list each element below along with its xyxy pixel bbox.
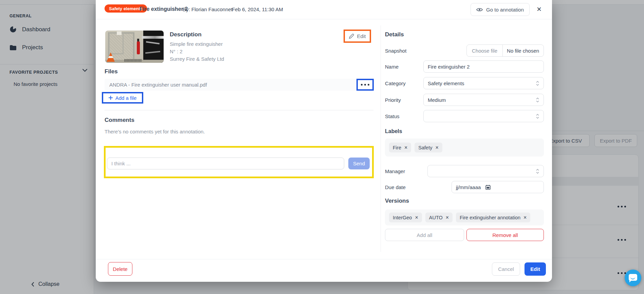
- snapshot-file-input[interactable]: Choose file No file chosen: [466, 44, 544, 57]
- manager-select[interactable]: [427, 165, 544, 177]
- manager-label: Manager: [385, 168, 405, 174]
- name-label: Name: [385, 64, 399, 70]
- go-to-annotation-label: Go to annotation: [486, 7, 524, 13]
- no-file-chosen-text: No file chosen: [503, 45, 543, 56]
- comment-input[interactable]: [107, 158, 344, 169]
- remove-all-button[interactable]: Remove all: [466, 229, 544, 241]
- name-input[interactable]: [423, 60, 544, 73]
- add-file-label: Add a file: [115, 95, 137, 101]
- cancel-button[interactable]: Cancel: [492, 262, 520, 276]
- priority-label: Priority: [385, 97, 401, 103]
- versions-box: InterGeo AUTO Fire extinguisher annotati…: [385, 209, 544, 225]
- edit-description-label: Edit: [357, 33, 366, 39]
- add-all-button[interactable]: Add all: [385, 229, 464, 241]
- version-chip: InterGeo: [389, 213, 422, 222]
- remove-label-icon[interactable]: [404, 145, 407, 150]
- files-heading: Files: [105, 68, 118, 75]
- version-chip-text: InterGeo: [393, 215, 412, 220]
- version-chip: AUTO: [425, 213, 453, 222]
- file-name: ANDRA - Fire extinguisher user manual.pd…: [109, 82, 207, 88]
- add-file-highlight: Add a file: [102, 92, 143, 104]
- description-line: N° : 2: [170, 49, 183, 54]
- select-chevrons-icon: [536, 81, 539, 86]
- annotation-author: By: Florian Fauconnet: [183, 6, 233, 12]
- label-chip: Safety: [415, 143, 442, 152]
- column-divider: [381, 25, 381, 252]
- app-canvas: GENERAL Dashboard Projects FAVORITE PROJ…: [0, 0, 644, 294]
- send-comment-button[interactable]: Send: [348, 158, 370, 169]
- go-to-annotation-button[interactable]: Go to annotation: [471, 3, 530, 16]
- remove-label-icon[interactable]: [435, 145, 438, 150]
- file-menu-highlight: [356, 79, 374, 91]
- delete-button[interactable]: Delete: [108, 262, 132, 276]
- category-value: Safety elements: [428, 80, 536, 86]
- select-chevrons-icon: [536, 97, 539, 103]
- status-select[interactable]: [423, 110, 544, 122]
- due-date-placeholder: jj/mm/aaaa: [456, 184, 481, 190]
- label-chip: Fire: [389, 143, 411, 152]
- version-chip: Fire extinguisher annotation: [456, 213, 530, 222]
- annotation-title: Fire extinguisher 2: [140, 6, 188, 12]
- add-file-button[interactable]: Add a file: [109, 95, 137, 101]
- choose-file-button[interactable]: Choose file: [467, 45, 503, 56]
- annotation-modal: Safety elements Fire extinguisher 2 By: …: [96, 0, 552, 282]
- labels-heading: Labels: [385, 128, 402, 134]
- versions-heading: Versions: [385, 198, 409, 204]
- priority-select[interactable]: Medium: [423, 94, 544, 106]
- edit-description-button[interactable]: Edit: [349, 33, 366, 39]
- section-divider: [105, 110, 373, 110]
- due-date-input[interactable]: jj/mm/aaaa: [452, 181, 544, 193]
- chat-bubble-icon: [629, 274, 637, 281]
- status-label: Status: [385, 113, 400, 119]
- description-line: Surrey Fire & Safety Ltd: [170, 56, 224, 62]
- chat-bubble-tail: [629, 280, 632, 282]
- chat-widget-button[interactable]: [625, 270, 641, 286]
- priority-value: Medium: [428, 97, 536, 103]
- edit-submit-button[interactable]: Edit: [525, 262, 546, 276]
- select-chevrons-icon: [536, 169, 539, 174]
- label-chip-text: Safety: [418, 145, 432, 150]
- plus-icon: [109, 96, 113, 100]
- details-heading: Details: [385, 31, 404, 38]
- version-chip-text: Fire extinguisher annotation: [460, 215, 520, 220]
- close-icon[interactable]: [534, 4, 544, 14]
- edit-description-highlight: Edit: [344, 30, 371, 43]
- labels-box: Fire Safety: [385, 139, 544, 157]
- modal-header: Safety elements Fire extinguisher 2 By: …: [96, 0, 552, 19]
- snapshot-label: Snapshot: [385, 48, 406, 54]
- file-menu-button[interactable]: [361, 84, 369, 86]
- annotation-thumbnail: [105, 31, 164, 63]
- comments-heading: Comments: [105, 117, 134, 124]
- pencil-icon: [349, 34, 354, 39]
- remove-version-icon[interactable]: [446, 215, 449, 220]
- file-row[interactable]: ANDRA - Fire extinguisher user manual.pd…: [105, 79, 373, 91]
- description-line: Simple fire extinguisher: [170, 41, 223, 47]
- description-heading: Description: [170, 31, 202, 38]
- calendar-icon: [485, 185, 491, 190]
- category-label: Category: [385, 80, 406, 86]
- footer-divider: [96, 259, 552, 259]
- eye-icon: [476, 7, 483, 12]
- remove-version-icon[interactable]: [415, 215, 418, 220]
- annotation-date: Feb 6, 2024, 11:30 AM: [232, 6, 283, 12]
- category-select[interactable]: Safety elements: [423, 77, 544, 89]
- select-chevrons-icon: [536, 114, 539, 119]
- due-date-label: Due date: [385, 184, 406, 190]
- remove-version-icon[interactable]: [523, 215, 527, 220]
- version-chip-text: AUTO: [429, 215, 443, 220]
- comments-empty-text: There's no comments yet for this annotat…: [105, 129, 205, 134]
- label-chip-text: Fire: [393, 145, 401, 150]
